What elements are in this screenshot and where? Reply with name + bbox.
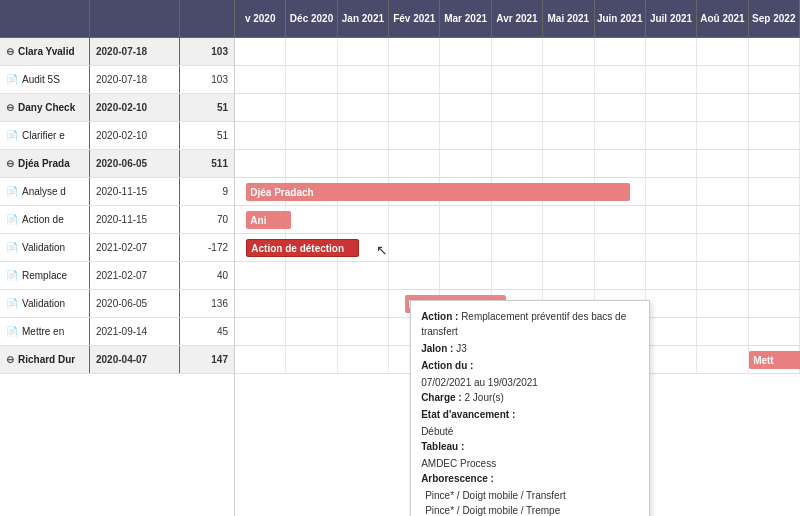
grid-cell bbox=[338, 66, 389, 93]
grid-cell bbox=[543, 150, 594, 177]
tt-value: 2 Jour(s) bbox=[464, 392, 503, 403]
tt-arborescence-value: Pince* / Doigt mobile / Transfert bbox=[421, 488, 639, 503]
doc-icon: 📄 bbox=[6, 130, 18, 141]
grid-cell bbox=[235, 94, 286, 121]
tt-tableau-value: AMDEC Process bbox=[421, 456, 639, 471]
grid-row bbox=[235, 150, 800, 178]
grid-cell bbox=[697, 318, 748, 345]
grid-cell bbox=[286, 94, 337, 121]
grid-cell bbox=[646, 66, 697, 93]
tooltip-box: Action : Remplacement préventif des bacs… bbox=[410, 300, 650, 516]
gantt-bar-2[interactable]: Action de détection bbox=[246, 239, 359, 257]
grid-cell bbox=[389, 234, 440, 261]
grid-cell bbox=[697, 94, 748, 121]
col-date-cell: 2020-04-07 bbox=[90, 346, 180, 373]
col-action-cell: ⊖Richard Dur bbox=[0, 346, 90, 373]
table-row[interactable]: 📄Audit 5S2020-07-18103 bbox=[0, 66, 234, 94]
grid-row bbox=[235, 206, 800, 234]
expand-icon[interactable]: ⊖ bbox=[6, 354, 14, 365]
tooltip-section: Jalon : J3 bbox=[421, 341, 639, 356]
col-duree-cell: 51 bbox=[180, 94, 235, 121]
grid-cell bbox=[286, 290, 337, 317]
grid-cell bbox=[492, 206, 543, 233]
grid-cell bbox=[543, 94, 594, 121]
grid-cell bbox=[286, 150, 337, 177]
grid-cell bbox=[595, 66, 646, 93]
tt-etat-value: Débuté bbox=[421, 424, 639, 439]
grid-cell bbox=[543, 262, 594, 289]
col-date-cell: 2021-02-07 bbox=[90, 262, 180, 289]
grid-cell bbox=[286, 318, 337, 345]
grid-cell bbox=[286, 122, 337, 149]
grid-cell bbox=[595, 94, 646, 121]
col-action-cell: ⊖Djéa Prada bbox=[0, 150, 90, 177]
table-row[interactable]: ⊖Djéa Prada2020-06-05511 bbox=[0, 150, 234, 178]
grid-cell bbox=[389, 262, 440, 289]
table-row[interactable]: ⊖Dany Check2020-02-1051 bbox=[0, 94, 234, 122]
col-date-cell: 2020-07-18 bbox=[90, 38, 180, 65]
table-row[interactable]: 📄Action de2020-11-1570 bbox=[0, 206, 234, 234]
table-row[interactable]: 📄Validation2021-02-07-172 bbox=[0, 234, 234, 262]
grid-cell bbox=[543, 66, 594, 93]
expand-icon[interactable]: ⊖ bbox=[6, 158, 14, 169]
tooltip-section: Charge : 2 Jour(s) bbox=[421, 390, 639, 405]
grid-cell bbox=[749, 38, 800, 65]
grid-cell bbox=[749, 290, 800, 317]
grid-cell bbox=[440, 38, 491, 65]
col-date-cell: 2020-06-05 bbox=[90, 290, 180, 317]
grid-cell bbox=[389, 122, 440, 149]
grid-cell bbox=[749, 234, 800, 261]
table-row[interactable]: 📄Analyse d2020-11-159 bbox=[0, 178, 234, 206]
grid-cell bbox=[492, 66, 543, 93]
tt-label: Jalon : bbox=[421, 343, 453, 354]
grid-cell bbox=[697, 346, 748, 373]
timeline-header: v 2020Déc 2020Jan 2021Fév 2021Mar 2021Av… bbox=[235, 0, 800, 37]
grid-cell bbox=[389, 150, 440, 177]
col-date-cell: 2020-07-18 bbox=[90, 66, 180, 93]
table-row[interactable]: 📄Mettre en2021-09-1445 bbox=[0, 318, 234, 346]
col-action-cell: ⊖Dany Check bbox=[0, 94, 90, 121]
month-col-2: Jan 2021 bbox=[338, 0, 389, 37]
col-date-cell: 2020-11-15 bbox=[90, 206, 180, 233]
grid-cell bbox=[697, 234, 748, 261]
grid-cell bbox=[338, 290, 389, 317]
grid-cell bbox=[749, 206, 800, 233]
grid-cell bbox=[492, 234, 543, 261]
grid-cell bbox=[286, 346, 337, 373]
grid-cell bbox=[492, 94, 543, 121]
gantt-bar-4[interactable]: Mett bbox=[749, 351, 800, 369]
month-col-1: Déc 2020 bbox=[286, 0, 337, 37]
tt-label: Etat d'avancement : bbox=[421, 409, 515, 420]
grid-cell bbox=[646, 290, 697, 317]
col-action-cell: 📄Audit 5S bbox=[0, 66, 90, 93]
grid-row bbox=[235, 122, 800, 150]
tt-value: J3 bbox=[456, 343, 467, 354]
tt-action-du-value: 07/02/2021 au 19/03/2021 bbox=[421, 375, 639, 390]
grid-cell bbox=[543, 206, 594, 233]
expand-icon[interactable]: ⊖ bbox=[6, 46, 14, 57]
grid-cell bbox=[697, 262, 748, 289]
gantt-bar-0[interactable]: Djéa Pradach bbox=[246, 183, 630, 201]
expand-icon[interactable]: ⊖ bbox=[6, 102, 14, 113]
grid-cell bbox=[595, 206, 646, 233]
col-action-cell: 📄Analyse d bbox=[0, 178, 90, 205]
table-row[interactable]: ⊖Clara Yvalid2020-07-18103 bbox=[0, 38, 234, 66]
col-duree-cell: 70 bbox=[180, 206, 235, 233]
table-row[interactable]: 📄Remplace2021-02-0740 bbox=[0, 262, 234, 290]
grid-cell bbox=[749, 318, 800, 345]
grid-cell bbox=[646, 346, 697, 373]
col-duree-cell: 51 bbox=[180, 122, 235, 149]
grid-cell bbox=[286, 66, 337, 93]
month-col-9: Aoû 2021 bbox=[697, 0, 748, 37]
table-row[interactable]: 📄Validation2020-06-05136 bbox=[0, 290, 234, 318]
grid-cell bbox=[646, 122, 697, 149]
gantt-bar-1[interactable]: Ani bbox=[246, 211, 291, 229]
grid-cell bbox=[543, 122, 594, 149]
table-row[interactable]: 📄Clarifier e2020-02-1051 bbox=[0, 122, 234, 150]
tt-label: Charge : bbox=[421, 392, 462, 403]
table-row[interactable]: ⊖Richard Dur2020-04-07147 bbox=[0, 346, 234, 374]
right-pane: Djéa PradachAniAction de détectionRempla… bbox=[235, 38, 800, 516]
grid-cell bbox=[595, 150, 646, 177]
grid-cell bbox=[646, 262, 697, 289]
gantt-container: v 2020Déc 2020Jan 2021Fév 2021Mar 2021Av… bbox=[0, 0, 800, 516]
